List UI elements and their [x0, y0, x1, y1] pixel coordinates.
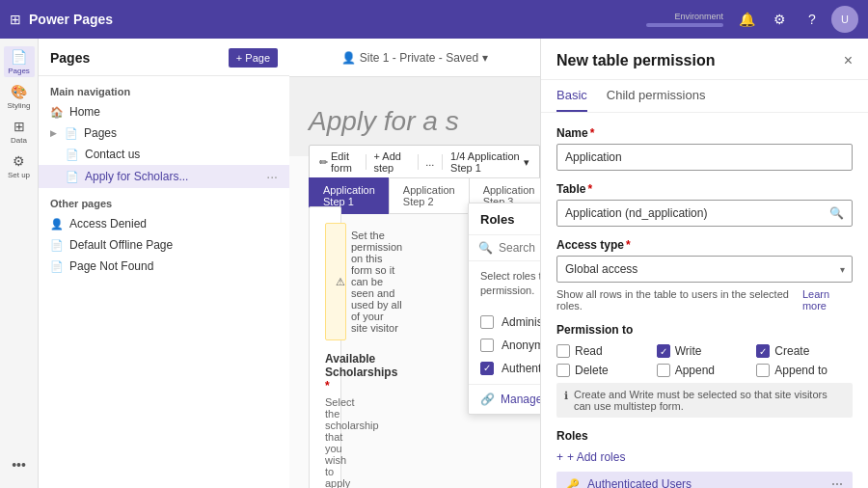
- toolbar-more-button[interactable]: ...: [421, 154, 438, 170]
- user-avatar[interactable]: U: [831, 6, 858, 33]
- roles-item-administrators[interactable]: Administrators: [469, 311, 540, 334]
- perm-append-to: Append to: [756, 364, 853, 377]
- manage-roles-button[interactable]: 🔗 Manage roles: [469, 384, 540, 414]
- sidebar-item-contact[interactable]: 📄 Contact us: [39, 144, 289, 165]
- authenticated-checkbox[interactable]: ✓: [480, 362, 494, 375]
- environment-bar: [646, 23, 723, 27]
- sidebar-item-not-found-label: Page Not Found: [69, 259, 153, 273]
- add-step-button[interactable]: + Add step: [369, 149, 413, 176]
- chevron-icon: ▶: [50, 128, 57, 138]
- grid-icon[interactable]: ⊞: [10, 12, 21, 27]
- sidebar-item-pages[interactable]: ▶ 📄 Pages: [39, 122, 289, 144]
- role-tag-more-button[interactable]: ⋯: [831, 477, 843, 488]
- name-field-group: Name *: [556, 126, 853, 171]
- sidebar-item-home-label: Home: [69, 105, 100, 119]
- tab-basic[interactable]: Basic: [556, 80, 587, 112]
- manage-roles-label: Manage roles: [501, 393, 540, 406]
- step-breadcrumb[interactable]: 1/4 Application Step 1 ▾: [447, 149, 533, 176]
- sidebar-item-offline-label: Default Offline Page: [69, 238, 173, 252]
- perm-create: ✓ Create: [756, 344, 853, 358]
- add-roles-button[interactable]: + + Add roles: [556, 450, 625, 464]
- read-label: Read: [575, 344, 603, 358]
- notice-text: Set the permission on this form so it ca…: [351, 230, 402, 334]
- not-found-icon: 📄: [50, 260, 64, 273]
- sidebar-item-not-found[interactable]: 📄 Page Not Found: [39, 256, 289, 277]
- tab-application-step-2[interactable]: Application Step 2: [389, 177, 469, 214]
- environment-info: Environment: [646, 12, 723, 27]
- form-notice: ⚠ Set the permission on this form so it …: [325, 223, 346, 340]
- delete-label: Delete: [575, 364, 609, 377]
- anonymous-checkbox[interactable]: [480, 339, 494, 352]
- step-label: 1/4 Application Step 1: [450, 150, 521, 174]
- create-checkbox[interactable]: ✓: [756, 344, 770, 358]
- sidebar-item-home[interactable]: 🏠 Home: [39, 101, 289, 122]
- write-checkbox[interactable]: ✓: [657, 344, 670, 358]
- roles-search-input[interactable]: [499, 241, 540, 255]
- table-input[interactable]: [557, 201, 822, 226]
- sidebar-item-access-denied[interactable]: 👤 Access Denied: [39, 213, 289, 234]
- perm-append: Append: [657, 364, 753, 377]
- perm-delete: Delete: [556, 364, 653, 377]
- content-topbar: 👤 Site 1 - Private - Saved ▾: [289, 39, 540, 77]
- home-icon: 🏠: [50, 106, 64, 119]
- name-required: *: [590, 126, 595, 140]
- pages-icon: 📄: [11, 49, 27, 65]
- site-chevron[interactable]: ▾: [482, 51, 488, 65]
- offline-icon: 📄: [50, 239, 64, 252]
- access-type-required: *: [626, 238, 631, 252]
- roles-search: 🔍: [469, 235, 540, 261]
- sidebar-icon-more[interactable]: •••: [4, 449, 35, 480]
- write-label: Write: [675, 344, 702, 358]
- topbar: ⊞ Power Pages Environment 🔔 ⚙ ? U: [0, 0, 868, 39]
- roles-title: Roles: [480, 212, 514, 227]
- sidebar-item-apply[interactable]: 📄 Apply for Scholars... ···: [39, 165, 289, 188]
- add-page-button[interactable]: + Page: [229, 48, 278, 68]
- append-checkbox[interactable]: [657, 364, 670, 377]
- append-to-checkbox[interactable]: [756, 364, 770, 377]
- notifications-icon[interactable]: 🔔: [733, 6, 760, 33]
- main-layout: 📄 Pages 🎨 Styling ⊞ Data ⚙ Set up ••• Pa…: [0, 39, 868, 488]
- permission-grid: Read ✓ Write ✓ Create Delete: [556, 344, 853, 377]
- toolbar-divider-1: [366, 154, 366, 170]
- sidebar-icon-styling[interactable]: 🎨 Styling: [4, 81, 35, 112]
- sidebar-icon-pages[interactable]: 📄 Pages: [4, 46, 35, 77]
- read-checkbox[interactable]: [556, 344, 570, 358]
- more-icon: •••: [12, 457, 26, 473]
- toolbar-divider-2: [418, 154, 419, 170]
- access-denied-icon: 👤: [50, 218, 64, 230]
- roles-search-icon: 🔍: [478, 241, 493, 255]
- tab-child-permissions[interactable]: Child permissions: [607, 80, 706, 112]
- site-title: Site 1 - Private - Saved: [360, 51, 478, 65]
- add-roles-label: + Add roles: [567, 450, 625, 464]
- access-type-select[interactable]: Global access: [556, 256, 853, 283]
- step-chevron: ▾: [524, 156, 529, 169]
- role-tag-authenticated: 🔑 Authenticated Users ⋯: [556, 472, 853, 488]
- name-input[interactable]: [556, 144, 853, 171]
- delete-checkbox[interactable]: [556, 364, 570, 377]
- name-label: Name *: [556, 126, 853, 140]
- manage-roles-icon: 🔗: [480, 393, 495, 406]
- sidebar-icon-data[interactable]: ⊞ Data: [4, 116, 35, 147]
- edit-form-button[interactable]: ✏ Edit form: [315, 149, 362, 176]
- permission-panel: New table permission × Basic Child permi…: [540, 39, 868, 488]
- learn-more-link[interactable]: Learn more: [802, 288, 853, 312]
- help-icon[interactable]: ?: [799, 6, 826, 33]
- roles-dropdown: Roles × 🔍 Select roles that apply to the…: [468, 203, 540, 415]
- roles-header: Roles ×: [469, 203, 540, 235]
- pages-nav-icon: 📄: [65, 127, 78, 140]
- roles-item-authenticated[interactable]: ✓ Authenticated Users: [469, 357, 540, 380]
- apply-more-icon[interactable]: ···: [266, 169, 278, 184]
- roles-desc: Select roles that apply to the table per…: [469, 261, 540, 307]
- administrators-checkbox[interactable]: [480, 315, 494, 329]
- roles-item-anonymous[interactable]: Anonymous Users: [469, 334, 540, 357]
- table-search-icon[interactable]: 🔍: [822, 201, 852, 226]
- table-input-wrap: 🔍: [556, 200, 853, 227]
- settings-icon[interactable]: ⚙: [766, 6, 793, 33]
- sidebar-icon-setup[interactable]: ⚙ Set up: [4, 150, 35, 181]
- sidebar-item-offline[interactable]: 📄 Default Offline Page: [39, 234, 289, 256]
- panel-close-button[interactable]: ×: [844, 52, 853, 69]
- add-roles-icon: +: [556, 450, 563, 464]
- panel-tabs: Basic Child permissions: [541, 80, 868, 113]
- main-nav-section-title: Main navigation: [39, 76, 289, 101]
- contact-icon: 📄: [66, 149, 79, 161]
